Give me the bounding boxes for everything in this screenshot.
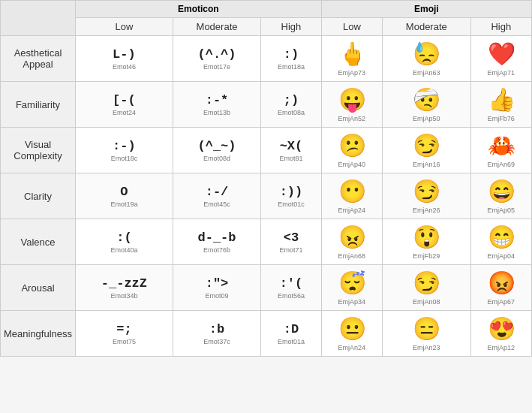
emoji-cell: 😄EmjAp05 bbox=[470, 173, 531, 219]
comparison-table: Emoticon Emoji Low Moderate High Low Mod… bbox=[0, 0, 532, 357]
category-label: Familiarity bbox=[1, 82, 76, 128]
emoticon-cell: :'(Emot56a bbox=[261, 265, 321, 311]
emoji-cell: 😠EmjAn68 bbox=[321, 219, 382, 265]
category-label: Clarity bbox=[1, 173, 76, 219]
emoticon-group-header: Emoticon bbox=[76, 1, 322, 18]
category-label: Aesthetical Appeal bbox=[1, 36, 76, 82]
emoji-cell: 🦀EmjAn69 bbox=[470, 128, 531, 173]
emoji-cell: 😶EmjAp24 bbox=[321, 173, 382, 219]
emoticon-cell: :(Emot40a bbox=[76, 219, 173, 265]
table-row: Visual Complexity:-)Emot18c(^_~)Emot08d~… bbox=[1, 128, 532, 173]
emoticon-high-header: High bbox=[261, 18, 321, 36]
emoji-cell: 😏EmjAn08 bbox=[383, 265, 470, 311]
emoticon-cell: (^_~)Emot08d bbox=[173, 128, 260, 173]
emoji-cell: 😴EmjAp34 bbox=[321, 265, 382, 311]
emoji-cell: 😏EmjAn16 bbox=[383, 128, 470, 173]
emoji-cell: 😐EmjAn24 bbox=[321, 311, 382, 357]
emoji-cell: 😏EmjAn26 bbox=[383, 173, 470, 219]
emoticon-cell: L-)Emot46 bbox=[76, 36, 173, 82]
table-row: Familiarity[-(Emot24:-*Emot13b;)Emot08a😛… bbox=[1, 82, 532, 128]
emoji-cell: ❤️EmjAp71 bbox=[470, 36, 531, 82]
emoticon-cell: :-*Emot13b bbox=[173, 82, 260, 128]
emoji-cell: 😓EmjAn63 bbox=[383, 36, 470, 82]
table-row: Arousal-_-zzZEmot34b:">Emot09:'(Emot56a😴… bbox=[1, 265, 532, 311]
emoji-high-header: High bbox=[470, 18, 531, 36]
emoticon-cell: :-/Emot45c bbox=[173, 173, 260, 219]
emoji-cell: 😁EmjAp04 bbox=[470, 219, 531, 265]
emoticon-cell: <3Emot71 bbox=[261, 219, 321, 265]
emoticon-cell: OEmot19a bbox=[76, 173, 173, 219]
emoji-cell: 😲EmjFb29 bbox=[383, 219, 470, 265]
table-row: Meaningfulness=;Emot75:bEmot37c:DEmot01a… bbox=[1, 311, 532, 357]
emoji-cell: 😛EmjAn52 bbox=[321, 82, 382, 128]
table-row: ClarityOEmot19a:-/Emot45c:))Emot01c😶EmjA… bbox=[1, 173, 532, 219]
emoji-cell: 😡EmjAp67 bbox=[470, 265, 531, 311]
emoticon-cell: :DEmot01a bbox=[261, 311, 321, 357]
category-label: Valence bbox=[1, 219, 76, 265]
emoticon-cell: -_-zzZEmot34b bbox=[76, 265, 173, 311]
emoticon-cell: :bEmot37c bbox=[173, 311, 260, 357]
emoticon-moderate-header: Moderate bbox=[173, 18, 260, 36]
table-row: Aesthetical AppealL-)Emot46(^.^)Emot17e:… bbox=[1, 36, 532, 82]
emoticon-cell: :-)Emot18c bbox=[76, 128, 173, 173]
emoji-cell: 😕EmjAp40 bbox=[321, 128, 382, 173]
emoticon-low-header: Low bbox=[76, 18, 173, 36]
emoticon-cell: ;)Emot08a bbox=[261, 82, 321, 128]
emoji-cell: 😑EmjAn23 bbox=[383, 311, 470, 357]
empty-corner bbox=[1, 1, 76, 36]
table-row: Valence:(Emot40ad-_-bEmot76b<3Emot71😠Emj… bbox=[1, 219, 532, 265]
emoticon-cell: d-_-bEmot76b bbox=[173, 219, 260, 265]
emoji-cell: 👍EmjFb76 bbox=[470, 82, 531, 128]
emoticon-cell: =;Emot75 bbox=[76, 311, 173, 357]
emoticon-cell: :)Emot18a bbox=[261, 36, 321, 82]
emoticon-cell: :">Emot09 bbox=[173, 265, 260, 311]
category-label: Arousal bbox=[1, 265, 76, 311]
emoticon-cell: [-(Emot24 bbox=[76, 82, 173, 128]
emoji-group-header: Emoji bbox=[321, 1, 531, 18]
emoji-low-header: Low bbox=[321, 18, 382, 36]
emoticon-cell: :))Emot01c bbox=[261, 173, 321, 219]
emoticon-cell: ~X(Emot81 bbox=[261, 128, 321, 173]
emoji-moderate-header: Moderate bbox=[383, 18, 470, 36]
category-label: Meaningfulness bbox=[1, 311, 76, 357]
emoji-cell: 🤕EmjAp50 bbox=[383, 82, 470, 128]
emoticon-cell: (^.^)Emot17e bbox=[173, 36, 260, 82]
category-label: Visual Complexity bbox=[1, 128, 76, 173]
emoji-cell: 😍EmjAp12 bbox=[470, 311, 531, 357]
emoji-cell: 🖕EmjAp73 bbox=[321, 36, 382, 82]
